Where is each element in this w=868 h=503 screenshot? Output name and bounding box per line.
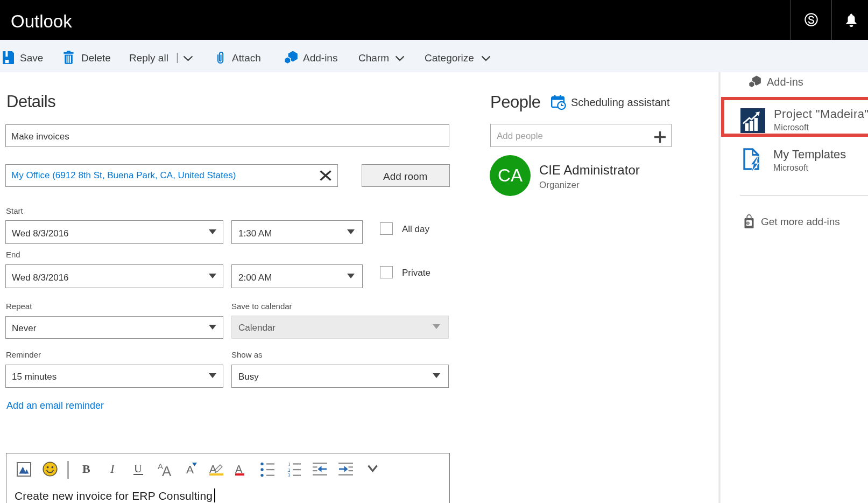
svg-text:3: 3	[288, 472, 291, 477]
svg-text:2: 2	[288, 467, 291, 473]
svg-text:1: 1	[288, 462, 291, 467]
